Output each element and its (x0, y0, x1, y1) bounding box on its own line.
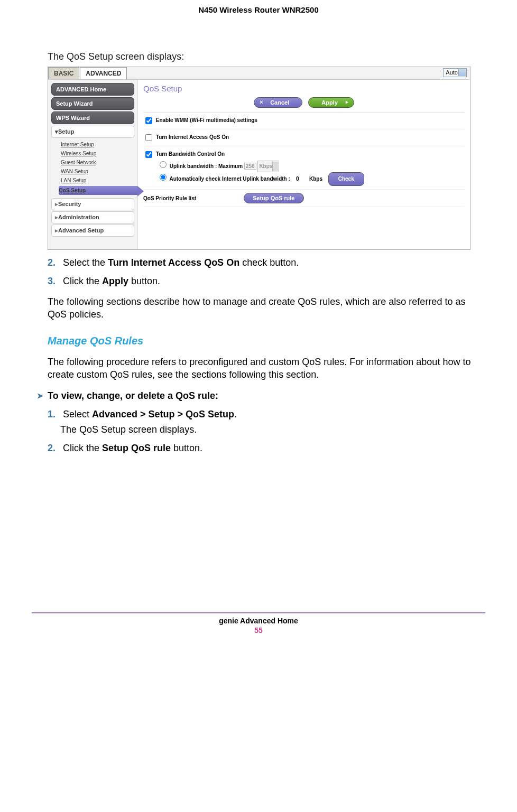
auto-check-value: 0 (296, 176, 299, 182)
nav-setup-wizard[interactable]: Setup Wizard (51, 97, 134, 110)
content-pane: QoS Setup Cancel Apply Enable WMM (Wi-Fi… (138, 80, 470, 249)
step-number: 1. (48, 409, 60, 420)
intro-text: The QoS Setup screen displays: (48, 51, 485, 62)
nav-advanced-home[interactable]: ADVANCED Home (51, 83, 134, 96)
nav-wps-wizard[interactable]: WPS Wizard (51, 111, 134, 124)
procedure-heading: To view, change, or delete a QoS rule: (37, 390, 485, 402)
uplink-unit-dropdown[interactable]: Kbps (257, 161, 279, 172)
nav-advanced-setup[interactable]: Advanced Setup (51, 225, 134, 237)
paragraph: The following procedure refers to precon… (48, 356, 485, 381)
uplink-max-radio[interactable] (160, 161, 167, 168)
nav-security[interactable]: Security (51, 198, 134, 210)
proc-step-2: 2. Click the Setup QoS rule button. (48, 443, 485, 454)
footer-title: genie Advanced Home (32, 613, 485, 625)
auto-check-radio[interactable] (160, 174, 167, 181)
auto-check-label: Automatically check Internet Uplink band… (169, 176, 290, 182)
apply-button[interactable]: Apply (308, 97, 354, 108)
proc-step-1: 1. Select Advanced > Setup > QoS Setup. (48, 409, 485, 420)
paragraph: The following sections describe how to m… (48, 295, 485, 321)
step-2: 2. Select the Turn Internet Access QoS O… (48, 257, 485, 268)
nav-internet-setup[interactable]: Internet Setup (61, 140, 137, 149)
step-number: 2. (48, 443, 60, 454)
screenshot-frame: BASIC ADVANCED Auto ADVANCED Home Setup … (48, 67, 470, 250)
step-number: 3. (48, 276, 60, 287)
nav-administration[interactable]: Administration (51, 211, 134, 223)
nav-wireless-setup[interactable]: Wireless Setup (61, 149, 137, 158)
tab-advanced[interactable]: ADVANCED (80, 67, 127, 79)
tab-basic[interactable]: BASIC (48, 67, 79, 79)
auto-check-unit: Kbps (309, 176, 322, 182)
sidebar: ADVANCED Home Setup Wizard WPS Wizard Se… (48, 80, 138, 249)
enable-wmm-label: Enable WMM (Wi-Fi multimedia) settings (156, 117, 257, 123)
proc-step-1-sub: The QoS Setup screen displays. (60, 424, 485, 435)
nav-guest-network[interactable]: Guest Network (61, 158, 137, 167)
uplink-max-label: Uplink bandwidth : Maximum (170, 163, 243, 169)
nav-lan-setup[interactable]: LAN Setup (61, 176, 137, 185)
nav-setup-expanded[interactable]: Setup (51, 126, 134, 138)
bandwidth-control-label: Turn Bandwidth Control On (156, 151, 225, 157)
section-heading: Manage QoS Rules (48, 335, 485, 347)
cancel-button[interactable]: Cancel (254, 97, 302, 108)
language-dropdown[interactable]: Auto (443, 68, 467, 77)
internet-qos-label: Turn Internet Access QoS On (156, 134, 229, 140)
setup-qos-rule-button[interactable]: Setup QoS rule (244, 193, 303, 203)
internet-qos-checkbox[interactable] (145, 134, 152, 141)
check-button[interactable]: Check (328, 172, 364, 186)
step-3: 3. Click the Apply button. (48, 276, 485, 287)
nav-qos-setup-active[interactable]: QoS Setup (59, 186, 137, 195)
step-number: 2. (48, 257, 60, 268)
nav-wan-setup[interactable]: WAN Setup (61, 167, 137, 176)
bandwidth-control-checkbox[interactable] (145, 151, 152, 158)
priority-rule-list-label: QoS Priority Rule list (143, 195, 196, 201)
content-title: QoS Setup (143, 82, 465, 96)
page-header: N450 Wireless Router WNR2500 (32, 0, 485, 14)
enable-wmm-checkbox[interactable] (145, 117, 152, 124)
footer-page-number: 55 (32, 625, 485, 640)
uplink-max-input[interactable]: 256 (244, 163, 256, 170)
